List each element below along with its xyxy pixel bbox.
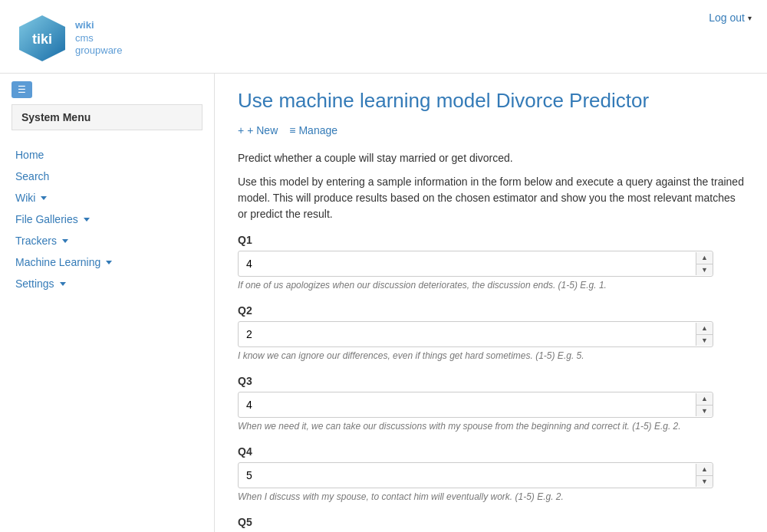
spinner-q1: ▲ ▼: [696, 252, 713, 276]
system-menu-title: System Menu: [12, 104, 202, 130]
sidebar: ☰ System Menu Home Search Wiki File Gall…: [0, 74, 215, 532]
file-galleries-caret-icon: [84, 218, 90, 222]
new-button[interactable]: + + New: [238, 124, 278, 136]
sidebar-toggle-button[interactable]: ☰: [12, 81, 32, 98]
logo-text: wiki cms groupware: [75, 19, 122, 58]
sidebar-link-settings[interactable]: Settings: [15, 277, 199, 290]
sidebar-item-settings[interactable]: Settings: [0, 273, 214, 294]
question-label-q3: Q3: [238, 375, 744, 387]
spinner-q4: ▲ ▼: [696, 464, 713, 488]
sidebar-link-trackers[interactable]: Trackers: [15, 235, 199, 247]
sidebar-link-wiki[interactable]: Wiki: [15, 192, 199, 204]
list-icon: ≡: [289, 124, 295, 136]
top-bar: Log out ▾: [693, 0, 767, 30]
sidebar-navigation: Home Search Wiki File Galleries Trackers…: [0, 140, 214, 298]
main-layout: ☰ System Menu Home Search Wiki File Gall…: [0, 74, 767, 532]
question-label-q2: Q2: [238, 304, 744, 317]
tiki-logo-icon: tiki: [15, 11, 69, 65]
sidebar-link-home[interactable]: Home: [15, 149, 199, 161]
description-2: Use this model by entering a sample info…: [238, 174, 744, 222]
ml-form: Q1 ▲ ▼ If one of us apologizes when our …: [238, 234, 744, 532]
logout-button[interactable]: Log out: [709, 11, 745, 24]
content-area: Use machine learning model Divorce Predi…: [215, 74, 767, 532]
sidebar-item-trackers[interactable]: Trackers: [0, 230, 214, 251]
spinner-down-q2[interactable]: ▼: [696, 335, 713, 346]
logo-area: tiki wiki cms groupware: [0, 0, 137, 73]
question-input-q1[interactable]: [239, 251, 696, 276]
sidebar-header: ☰ System Menu: [0, 74, 214, 140]
question-hint-q2: I know we can ignore our differences, ev…: [238, 350, 744, 361]
description-1: Predict whether a couple will stay marri…: [238, 150, 744, 166]
spinner-q3: ▲ ▼: [696, 393, 713, 417]
spinner-up-q1[interactable]: ▲: [696, 252, 713, 264]
question-block-q2: Q2 ▲ ▼ I know we can ignore our differen…: [238, 304, 744, 361]
action-bar: + + New ≡ Manage: [238, 124, 744, 136]
question-block-q1: Q1 ▲ ▼ If one of us apologizes when our …: [238, 234, 744, 291]
question-label-q1: Q1: [238, 234, 744, 246]
spinner-up-q3[interactable]: ▲: [696, 393, 713, 406]
sidebar-item-home[interactable]: Home: [0, 144, 214, 166]
spinner-down-q1[interactable]: ▼: [696, 264, 713, 276]
question-input-q3[interactable]: [239, 392, 696, 417]
question-input-wrapper-q4: ▲ ▼: [238, 462, 713, 488]
sidebar-link-file-galleries[interactable]: File Galleries: [15, 213, 199, 225]
sidebar-link-search[interactable]: Search: [15, 170, 199, 182]
plus-icon: +: [238, 124, 244, 136]
machine-learning-caret-icon: [106, 261, 112, 264]
wiki-caret-icon: [41, 196, 47, 200]
logout-caret-icon: ▾: [748, 14, 752, 22]
svg-text:tiki: tiki: [32, 31, 52, 47]
spinner-down-q4[interactable]: ▼: [696, 476, 713, 488]
question-block-q3: Q3 ▲ ▼ When we need it, we can take our …: [238, 375, 744, 432]
question-input-wrapper-q3: ▲ ▼: [238, 392, 713, 418]
spinner-up-q4[interactable]: ▲: [696, 464, 713, 476]
sidebar-link-machine-learning[interactable]: Machine Learning: [15, 256, 199, 268]
spinner-up-q2[interactable]: ▲: [696, 323, 713, 335]
question-label-q4: Q4: [238, 445, 744, 458]
question-block-q4: Q4 ▲ ▼ When I discuss with my spouse, to…: [238, 445, 744, 502]
sidebar-item-search[interactable]: Search: [0, 166, 214, 187]
question-input-q2[interactable]: [239, 322, 696, 346]
question-hint-q1: If one of us apologizes when our discuss…: [238, 280, 744, 291]
manage-button[interactable]: ≡ Manage: [289, 124, 337, 136]
settings-caret-icon: [60, 282, 66, 286]
sidebar-item-file-galleries[interactable]: File Galleries: [0, 209, 214, 230]
sidebar-item-machine-learning[interactable]: Machine Learning: [0, 251, 214, 273]
question-input-wrapper-q1: ▲ ▼: [238, 251, 713, 277]
sidebar-item-wiki[interactable]: Wiki: [0, 187, 214, 209]
spinner-down-q3[interactable]: ▼: [696, 406, 713, 417]
new-label: + New: [247, 124, 278, 136]
trackers-caret-icon: [62, 239, 68, 243]
question-hint-q4: When I discuss with my spouse, to contac…: [238, 491, 744, 502]
question-hint-q3: When we need it, we can take our discuss…: [238, 421, 744, 432]
spinner-q2: ▲ ▼: [696, 323, 713, 346]
question-block-q5: Q5 ▲ ▼ The time I spent with my wife is …: [238, 516, 744, 532]
question-input-q4[interactable]: [239, 463, 696, 488]
question-input-wrapper-q2: ▲ ▼: [238, 321, 713, 347]
manage-label: Manage: [298, 124, 337, 136]
question-label-q5: Q5: [238, 516, 744, 528]
page-title: Use machine learning model Divorce Predi…: [238, 89, 744, 113]
